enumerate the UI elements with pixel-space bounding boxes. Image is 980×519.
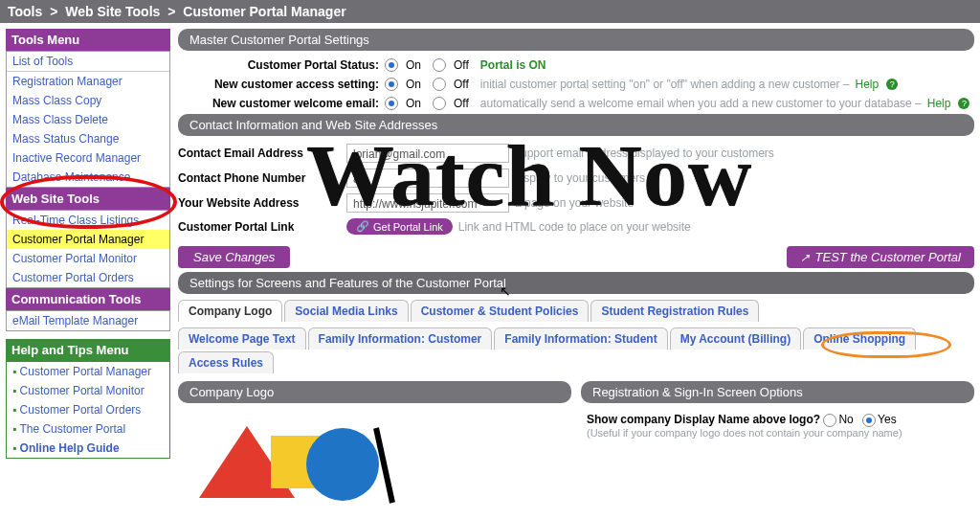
save-button[interactable]: Save Changes — [178, 246, 290, 268]
row-access-setting: New customer access setting: On Off init… — [178, 76, 974, 95]
radio-access-on[interactable] — [385, 78, 398, 91]
sidebar-item[interactable]: Inactive Record Manager — [7, 148, 169, 168]
tab-student-reg-rules[interactable]: Student Registration Rules — [590, 300, 759, 322]
help-link[interactable]: Help — [927, 97, 951, 110]
help-icon[interactable]: ? — [886, 79, 898, 90]
help-icon[interactable]: ? — [958, 98, 969, 109]
email-field[interactable]: lorian@gmail.com — [346, 144, 509, 163]
tab-family-student[interactable]: Family Information: Student — [494, 327, 667, 350]
label-welcome: New customer welcome email: — [178, 97, 379, 110]
row-phone: Contact Phone Number 8 display to your c… — [178, 167, 974, 192]
tab-company-logo[interactable]: Company Logo — [178, 300, 282, 322]
main-content: Master Customer Portal Settings Customer… — [178, 29, 974, 519]
tabs-row-2: Welcome Page Text Family Information: Cu… — [178, 327, 974, 373]
hint-email: support email address displayed to your … — [515, 147, 774, 160]
radio-access-off[interactable] — [433, 78, 446, 91]
sidebar-item[interactable]: Customer Portal Monitor — [7, 249, 169, 268]
tab-social-media[interactable]: Social Media Links — [284, 300, 408, 322]
sidebar-item[interactable]: eMail Template Manager — [7, 311, 169, 330]
radio-welcome-on[interactable] — [385, 97, 398, 110]
hint-welcome: automatically send a welcome email when … — [480, 97, 922, 110]
external-link-icon: ↗ — [800, 251, 810, 264]
label-site: Your Website Address — [178, 196, 341, 210]
sidebar-item[interactable]: Mass Class Delete — [7, 110, 169, 129]
sidebar-item[interactable]: Database Maintenance — [7, 168, 169, 187]
breadcrumb-sep: > — [50, 4, 57, 19]
radio-show-name-yes[interactable] — [862, 414, 876, 427]
breadcrumb-a[interactable]: Tools — [8, 4, 42, 19]
hint-access: initial customer portal setting "on" or … — [480, 78, 850, 91]
help-item[interactable]: Customer Portal Monitor — [7, 381, 169, 400]
hint-site: a page on your website — [515, 196, 634, 210]
tab-welcome-text[interactable]: Welcome Page Text — [178, 327, 306, 350]
portal-on-text: Portal is ON — [480, 58, 546, 72]
get-portal-link-button[interactable]: 🔗 Get Portal Link — [346, 218, 453, 235]
help-item[interactable]: Online Help Guide — [7, 439, 169, 458]
label-status: Customer Portal Status: — [178, 58, 379, 72]
breadcrumb-b[interactable]: Web Site Tools — [65, 4, 160, 19]
tools-menu-header: Tools Menu — [6, 29, 170, 51]
panel-header-reg-signin: Registration & Sign-In Screen Options — [581, 381, 974, 403]
help-item[interactable]: Customer Portal Orders — [7, 400, 169, 419]
sidebar: Tools Menu List of Tools Registration Ma… — [6, 29, 170, 519]
sidebar-item[interactable]: Mass Class Copy — [7, 91, 169, 110]
radio-status-off[interactable] — [433, 58, 446, 72]
hint-portal-link: Link and HTML code to place on your webs… — [458, 220, 691, 234]
sidebar-item[interactable]: Registration Manager — [7, 72, 169, 91]
svg-point-2 — [306, 428, 379, 501]
tab-online-shopping[interactable]: Online Shopping — [803, 327, 916, 350]
label-email: Contact Email Address — [178, 147, 341, 160]
panel-header-logo: Company Logo — [178, 381, 571, 403]
tab-policies[interactable]: Customer & Student Policies — [411, 300, 590, 322]
tab-my-account[interactable]: My Account (Billing) — [670, 327, 802, 350]
panel-header-settings: Settings for Screens and Features of the… — [178, 272, 974, 294]
tabs-row-1: Company Logo Social Media Links Customer… — [178, 300, 974, 322]
breadcrumb-c: Customer Portal Manager — [183, 4, 345, 19]
label-portal-link: Customer Portal Link — [178, 220, 341, 234]
website-field[interactable]: http://www.risjupiter.com — [346, 193, 509, 213]
breadcrumb: Tools > Web Site Tools > Customer Portal… — [0, 0, 980, 23]
comm-tools-header: Communication Tools — [6, 288, 170, 310]
help-item[interactable]: Customer Portal Manager — [7, 362, 169, 381]
phone-field[interactable]: 8 — [346, 169, 509, 188]
sidebar-item[interactable]: Mass Status Change — [7, 129, 169, 148]
radio-show-name-no[interactable] — [823, 414, 836, 427]
help-menu-header: Help and Tips Menu — [6, 339, 170, 361]
row-portal-link: Customer Portal Link 🔗 Get Portal Link L… — [178, 216, 974, 238]
panel-header-contact: Contact Information and Web Site Address… — [178, 114, 974, 136]
website-tools-header: Web Site Tools — [6, 188, 170, 210]
sidebar-item-customer-portal-manager[interactable]: Customer Portal Manager — [7, 230, 169, 249]
row-email: Contact Email Address lorian@gmail.com s… — [178, 142, 974, 167]
label-show-name: Show company Display Name above logo? — [587, 413, 820, 426]
radio-status-on[interactable] — [385, 58, 398, 72]
hint-phone: display to your customers — [515, 171, 645, 185]
sidebar-item-list-of-tools[interactable]: List of Tools — [7, 52, 169, 71]
tab-family-customer[interactable]: Family Information: Customer — [308, 327, 493, 350]
panel-header-master: Master Customer Portal Settings — [178, 29, 974, 51]
logo-image — [189, 417, 410, 519]
radio-welcome-off[interactable] — [433, 97, 446, 110]
tab-access-rules[interactable]: Access Rules — [178, 351, 274, 373]
label-phone: Contact Phone Number — [178, 171, 341, 185]
label-access: New customer access setting: — [178, 78, 379, 91]
help-item[interactable]: The Customer Portal — [7, 419, 169, 439]
hint-show-name: (Useful if your company logo does not co… — [587, 427, 969, 439]
sidebar-item[interactable]: Real-Time Class Listings — [7, 211, 169, 230]
company-logo: Lori's School of Arts — [178, 409, 571, 519]
row-welcome-email: New customer welcome email: On Off autom… — [178, 95, 974, 114]
breadcrumb-sep: > — [167, 4, 175, 19]
test-portal-button[interactable]: ↗ TEST the Customer Portal — [787, 246, 974, 268]
link-icon: 🔗 — [356, 220, 369, 233]
sidebar-item[interactable]: Customer Portal Orders — [7, 268, 169, 287]
row-site: Your Website Address http://www.risjupit… — [178, 192, 974, 216]
row-portal-status: Customer Portal Status: On Off Portal is… — [178, 56, 974, 76]
help-link[interactable]: Help — [856, 78, 880, 91]
